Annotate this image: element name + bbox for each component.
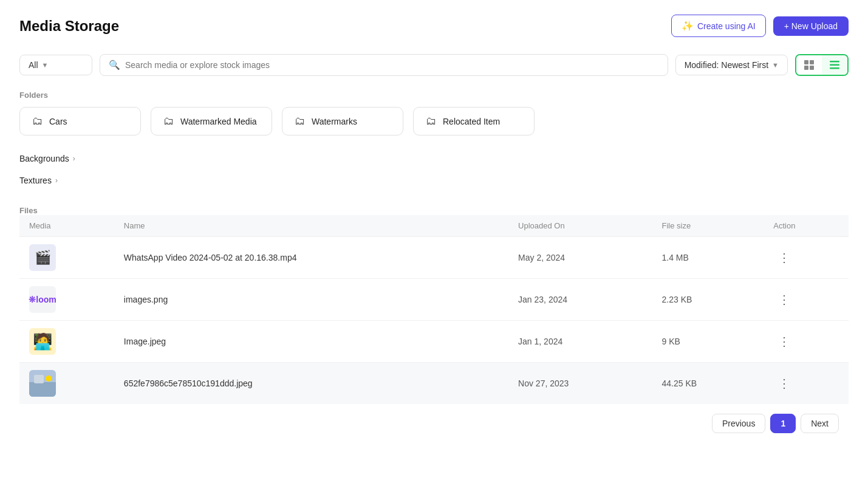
view-toggle [795, 54, 849, 76]
action-menu-button[interactable]: ⋮ [773, 332, 795, 351]
folders-section-label: Folders [19, 91, 849, 100]
folder-name: Cars [49, 117, 67, 126]
svg-rect-6 [830, 67, 839, 69]
col-uploaded-on: Uploaded On [508, 215, 652, 237]
sort-value: Modified: Newest First [685, 60, 768, 70]
textures-row[interactable]: Textures › [19, 170, 849, 191]
files-section: Files Media Name Uploaded On File size A… [19, 201, 849, 438]
file-uploaded-on: Jan 1, 2024 [508, 321, 652, 363]
svg-rect-10 [34, 375, 44, 383]
file-name: images.png [114, 279, 508, 321]
textures-label: Textures [19, 176, 52, 185]
backgrounds-label: Backgrounds [19, 154, 69, 163]
file-uploaded-on: Nov 27, 2023 [508, 363, 652, 405]
file-action: ⋮ [764, 321, 849, 363]
folder-icon: 🗂 [295, 115, 306, 128]
create-ai-label: Create using AI [697, 21, 756, 31]
table-row: 652fe7986c5e78510c191ddd.jpeg Nov 27, 20… [19, 363, 849, 405]
folder-cars[interactable]: 🗂 Cars [19, 107, 141, 135]
table-row: 🎬 WhatsApp Video 2024-05-02 at 20.16.38.… [19, 237, 849, 279]
file-name: Image.jpeg [114, 321, 508, 363]
svg-rect-4 [830, 61, 839, 63]
search-input[interactable] [125, 60, 659, 70]
file-uploaded-on: Jan 23, 2024 [508, 279, 652, 321]
list-view-button[interactable] [822, 55, 847, 75]
sort-dropdown[interactable]: Modified: Newest First ▼ [675, 55, 788, 75]
file-thumb: 🧑‍💻 [19, 321, 114, 363]
file-action: ⋮ [764, 363, 849, 405]
folder-name: Watermarked Media [180, 117, 257, 126]
previous-button[interactable]: Previous [712, 414, 765, 433]
table-row: ❊loom images.png Jan 23, 2024 2.23 KB ⋮ [19, 279, 849, 321]
file-action: ⋮ [764, 279, 849, 321]
action-menu-button[interactable]: ⋮ [773, 374, 795, 393]
arrow-annotation [847, 54, 849, 63]
svg-rect-9 [29, 382, 56, 397]
file-thumb: ❊loom [19, 279, 114, 321]
chevron-right-icon: › [55, 176, 58, 185]
page-title: Media Storage [19, 18, 119, 35]
toolbar: All ▼ 🔍 Modified: Newest First ▼ [19, 54, 849, 76]
file-uploaded-on: May 2, 2024 [508, 237, 652, 279]
next-button[interactable]: Next [801, 414, 839, 433]
table-row: 🧑‍💻 Image.jpeg Jan 1, 2024 9 KB ⋮ [19, 321, 849, 363]
grid-icon [804, 60, 815, 70]
folders-grid: 🗂 Cars 🗂 Watermarked Media 🗂 Watermarks … [19, 107, 849, 135]
svg-rect-0 [804, 60, 808, 64]
ai-icon: ✨ [682, 20, 694, 32]
svg-rect-3 [810, 66, 814, 70]
filter-dropdown[interactable]: All ▼ [19, 55, 92, 75]
folder-name: Relocated Item [443, 117, 500, 126]
backgrounds-row[interactable]: Backgrounds › [19, 148, 849, 170]
col-media: Media [19, 215, 114, 237]
folder-icon: 🗂 [32, 115, 43, 128]
folder-icon: 🗂 [163, 115, 174, 128]
pagination: Previous 1 Next [19, 404, 849, 438]
search-box: 🔍 [100, 54, 668, 76]
files-table: Media Name Uploaded On File size Action … [19, 215, 849, 404]
svg-rect-2 [804, 66, 808, 70]
file-thumb [19, 363, 114, 405]
folder-watermarked-media[interactable]: 🗂 Watermarked Media [151, 107, 272, 135]
file-name: 652fe7986c5e78510c191ddd.jpeg [114, 363, 508, 405]
file-action: ⋮ [764, 237, 849, 279]
action-menu-button[interactable]: ⋮ [773, 290, 795, 309]
chevron-right-icon: › [73, 154, 75, 163]
new-upload-button[interactable]: + New Upload [773, 16, 849, 36]
col-action: Action [764, 215, 849, 237]
file-size: 9 KB [652, 321, 764, 363]
svg-rect-5 [830, 64, 839, 66]
svg-point-11 [46, 375, 52, 382]
chevron-down-icon: ▼ [772, 61, 779, 69]
files-section-label: Files [19, 201, 849, 215]
folder-watermarks[interactable]: 🗂 Watermarks [282, 107, 403, 135]
list-icon [829, 60, 840, 70]
file-thumb: 🎬 [19, 237, 114, 279]
filter-value: All [29, 60, 38, 70]
table-header-row: Media Name Uploaded On File size Action [19, 215, 849, 237]
file-size: 2.23 KB [652, 279, 764, 321]
col-file-size: File size [652, 215, 764, 237]
file-size: 44.25 KB [652, 363, 764, 405]
col-name: Name [114, 215, 508, 237]
svg-rect-1 [810, 60, 814, 64]
folder-name: Watermarks [312, 117, 357, 126]
chevron-down-icon: ▼ [42, 61, 49, 69]
search-icon: 🔍 [109, 60, 120, 70]
upload-label: + New Upload [784, 21, 838, 31]
folder-relocated-item[interactable]: 🗂 Relocated Item [413, 107, 535, 135]
grid-view-button[interactable] [796, 55, 822, 75]
action-menu-button[interactable]: ⋮ [773, 248, 795, 267]
file-size: 1.4 MB [652, 237, 764, 279]
page-1-button[interactable]: 1 [770, 414, 796, 433]
create-ai-button[interactable]: ✨ Create using AI [671, 15, 766, 37]
folder-icon: 🗂 [426, 115, 437, 128]
header-actions: ✨ Create using AI + New Upload [671, 15, 849, 37]
file-name: WhatsApp Video 2024-05-02 at 20.16.38.mp… [114, 237, 508, 279]
